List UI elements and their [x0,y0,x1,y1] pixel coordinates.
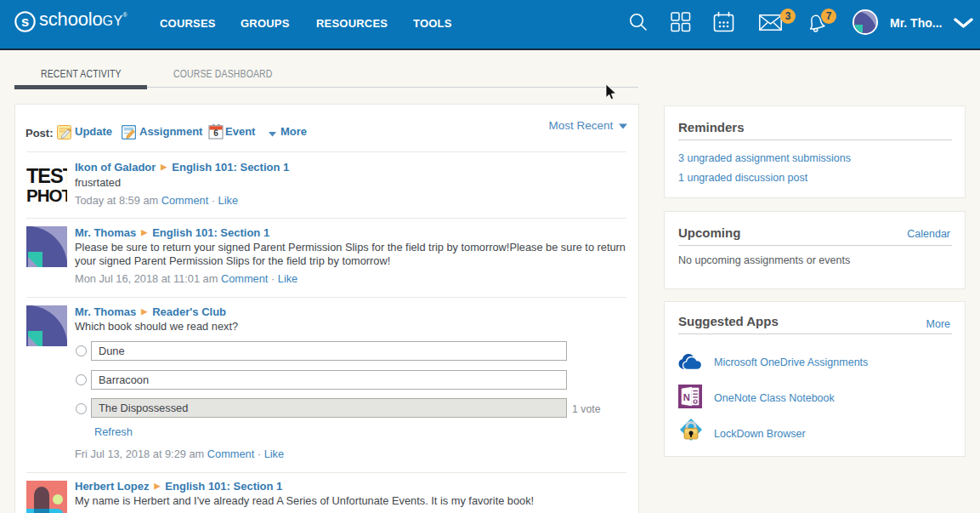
svg-text:s: s [21,14,29,29]
svg-text:N: N [683,392,690,402]
svg-text:6: 6 [213,128,218,138]
